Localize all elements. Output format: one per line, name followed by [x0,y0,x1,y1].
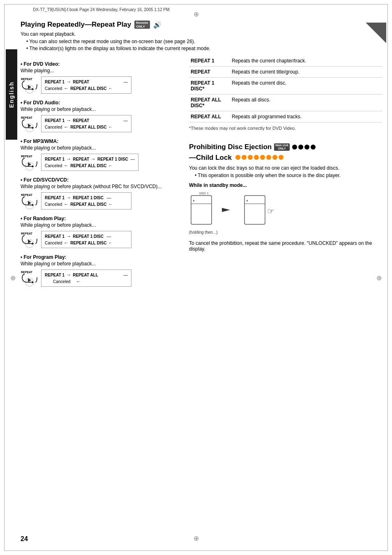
svg-text:REPEAT: REPEAT [21,271,33,274]
english-sidebar: English [6,49,17,140]
holding-label: (holding then...) [189,230,382,235]
table-row: REPEAT ALL DISC* Repeats all discs. [189,94,382,111]
cd-diagram: REPEAT REPEAT 1 → REPEAT 1 DISC [21,192,181,210]
table-row: REPEAT Repeats the current title/group. [189,67,382,78]
disc-bullet: • This operation is possible only when t… [195,173,382,178]
table-row: REPEAT ALL Repeats all programmed tracks… [189,111,382,122]
svg-marker-7 [28,124,31,128]
table-row: REPEAT 1 Repeats the current chapter/tra… [189,55,382,67]
dvd-video-header: • For DVD Video: [21,61,181,67]
random-flow: REPEAT 1 → REPEAT 1 DISC — Canceled ← RE… [41,231,131,248]
two-col-layout: • For DVD Video: While playing... REPEAT [21,55,382,289]
random-header: • For Random Play: [21,216,181,221]
cd-while: While playing or before playback (withou… [21,184,181,189]
disc-diagram: ▲ DISC 1 ▲ ☞ [189,191,382,228]
dvd-video-flow: REPEAT 1 → REPEAT — Canceled ← REPEAT AL… [41,76,131,94]
disc-unit-right: ▲ ☞ [242,191,275,228]
dot-10 [266,155,271,160]
svg-marker-3 [28,85,31,89]
svg-text:▲: ▲ [246,199,249,202]
cd-flow: REPEAT 1 → REPEAT 1 DISC — Canceled ← RE… [41,192,131,210]
dot-1 [292,145,297,150]
repeat-icon-mp3: REPEAT [21,153,39,171]
repeat-key-2: REPEAT [189,67,230,78]
dot-4 [311,145,316,150]
repeat-key-5: REPEAT ALL [189,111,230,122]
bullet-2: • The indicator(s) lights on the display… [26,46,382,51]
sidebar-label: English [8,81,15,108]
repeat-table: REPEAT 1 Repeats the current chapter/tra… [189,55,382,122]
repeat-val-2: Repeats the current title/group. [230,67,382,78]
main-content: Playing Repeatedly—Repeat Play RemoteONL… [21,21,382,289]
repeat-val-4: Repeats all discs. [230,94,382,111]
dvd-audio-header: • For DVD Audio: [21,100,181,106]
disc-ejection-section: Prohibiting Disc Ejection Main UnitONLY … [189,143,382,252]
top-crosshair: ⊕ [194,10,199,18]
intro-text: You can repeat playback. [21,31,382,37]
mp3-wma-header: • For MP3/WMA: [21,138,181,144]
mp3-wma-while: While playing or before playback... [21,145,181,151]
svg-marker-11 [28,162,31,166]
random-diagram: REPEAT REPEAT 1 → REPEAT 1 DISC [21,230,181,249]
dot-11 [272,155,277,160]
subsection-program: • For Program Play: While playing or bef… [21,254,181,287]
dot-2 [298,145,303,150]
disc-ejection-subtitle: —Child Lock [189,154,382,162]
standby-label: While in standby mode... [189,182,382,188]
program-diagram: REPEAT REPEAT 1 → REPEAT ALL — [21,269,181,287]
svg-marker-23 [28,278,31,282]
svg-text:DISC 1: DISC 1 [199,192,209,195]
left-crosshair: ⊕ [10,274,16,281]
col-right: REPEAT 1 Repeats the current chapter/tra… [189,55,382,289]
dot-3 [304,145,309,150]
repeat-val-1: Repeats the current chapter/track. [230,55,382,67]
svg-text:REPEAT: REPEAT [21,193,33,196]
svg-text:REPEAT: REPEAT [21,116,33,119]
disc-ejection-title: Prohibiting Disc Ejection Main UnitONLY [189,143,382,151]
dot-5 [235,155,240,160]
subsection-mp3-wma: • For MP3/WMA: While playing or before p… [21,138,181,171]
subsection-dvd-video: • For DVD Video: While playing... REPEAT [21,61,181,94]
repeat-val-5: Repeats all programmed tracks. [230,111,382,122]
page-number: 24 [21,535,28,543]
svg-text:REPEAT: REPEAT [21,155,33,158]
repeat-icon-program: REPEAT [21,269,39,287]
svg-marker-28 [222,208,230,212]
dots-black [292,145,316,150]
section-title-repeat: Playing Repeatedly—Repeat Play RemoteONL… [21,21,382,29]
repeat-icon-dvd: REPEAT [21,76,39,94]
arrow-right [222,204,234,216]
repeat-key-4: REPEAT ALL DISC* [189,94,230,111]
dvd-audio-while: While playing or before playback... [21,106,181,112]
subsection-dvd-audio: • For DVD Audio: While playing or before… [21,100,181,133]
svg-marker-15 [28,201,31,205]
repeat-icon-cd: REPEAT [21,192,39,210]
repeat-key-1: REPEAT 1 [189,55,230,67]
program-flow: REPEAT 1 → REPEAT ALL — Canceled ← [41,269,131,287]
disc-title-text: Prohibiting Disc Ejection [189,143,272,151]
svg-text:REPEAT: REPEAT [21,78,33,81]
cancel-prohibition-text: To cancel the prohibition, repeat the sa… [189,240,382,252]
disc-unit-left: ▲ DISC 1 [189,191,214,228]
table-row: REPEAT 1 DISC* Repeats the current disc. [189,78,382,94]
sound-icon: 🔊 [153,21,161,29]
svg-marker-19 [28,240,31,244]
repeat-key-3: REPEAT 1 DISC* [189,78,230,94]
disc-intro: You can lock the disc trays so that no o… [189,165,382,171]
cd-header: • For CD/SVCD/VCD: [21,177,181,183]
bullet-1: • You can also select the repeat mode us… [26,39,382,44]
mp3-wma-flow: REPEAT 1 → REPEAT → REPEAT 1 DISC — Canc… [41,154,138,171]
dvd-video-diagram: REPEAT REPEAT 1 → REPEAT — [21,76,181,94]
svg-text:☞: ☞ [267,207,274,216]
svg-text:REPEAT: REPEAT [21,232,33,235]
dots-orange [235,155,284,160]
repeat-icon-dvd-audio: REPEAT [21,115,39,133]
dvd-audio-diagram: REPEAT REPEAT 1 → REPEAT — [21,115,181,133]
program-header: • For Program Play: [21,254,181,260]
remote-badge: RemoteONLY [134,21,150,29]
col-left: • For DVD Video: While playing... REPEAT [21,55,181,289]
random-while: While playing or before playback... [21,222,181,228]
dot-12 [279,155,284,160]
subsection-cd: • For CD/SVCD/VCD: While playing or befo… [21,177,181,210]
file-info: DX-T7_T9[USUN]-f.book Page 24 Wednesday,… [33,7,170,12]
